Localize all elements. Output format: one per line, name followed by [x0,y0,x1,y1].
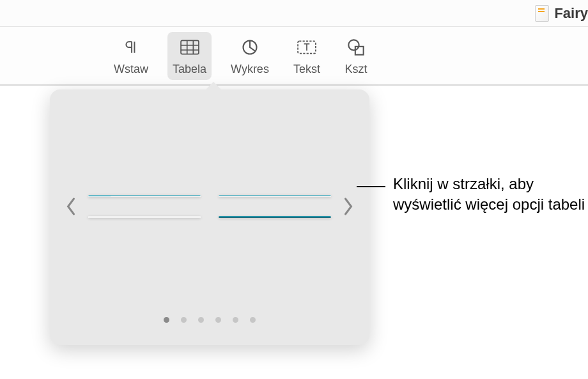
pilcrow-icon [120,36,143,59]
toolbar-table[interactable]: Tabela [167,32,212,80]
table-icon [178,36,201,59]
toolbar-label: Kszt [344,63,367,76]
popover-body [61,107,358,306]
toolbar-label: Tabela [173,63,206,76]
titlebar: Fairy [0,0,588,27]
page-dot[interactable] [233,317,238,323]
table-style-option-3[interactable] [88,216,201,218]
toolbar-chart[interactable]: Wykres [226,32,274,80]
next-page-button[interactable] [339,187,358,226]
callout-line [357,186,385,187]
page-dot[interactable] [164,317,169,323]
svg-rect-0 [181,40,199,54]
svg-point-7 [348,40,359,50]
toolbar-insert[interactable]: Wstaw [109,32,153,80]
toolbar-shape[interactable]: Kszt [339,32,373,80]
toolbar-label: Wstaw [114,63,148,76]
shape-icon [344,36,368,59]
page-indicator [61,317,358,323]
document-title: Fairy [554,5,588,22]
table-styles-popover [50,89,369,345]
table-style-grid [86,195,334,218]
text-box-icon [295,36,318,59]
toolbar: Wstaw Tabela Wykres [0,27,588,86]
previous-page-button[interactable] [61,187,81,226]
page-dot[interactable] [181,317,187,323]
table-style-option-4[interactable] [219,216,331,218]
page-dot[interactable] [250,317,256,323]
page-dot[interactable] [198,317,204,323]
document-title-wrap: Fairy [535,5,588,22]
toolbar-label: Wykres [231,63,269,76]
page-dot[interactable] [215,317,221,323]
callout-text: Kliknij w strzałki, aby wyświetlić więce… [393,174,588,215]
table-style-option-1[interactable] [88,195,201,197]
document-icon [535,5,549,22]
toolbar-label: Tekst [293,63,320,76]
svg-rect-8 [355,46,364,54]
toolbar-text[interactable]: Tekst [288,32,325,80]
pie-chart-icon [238,36,261,59]
table-style-option-2[interactable] [219,195,331,197]
